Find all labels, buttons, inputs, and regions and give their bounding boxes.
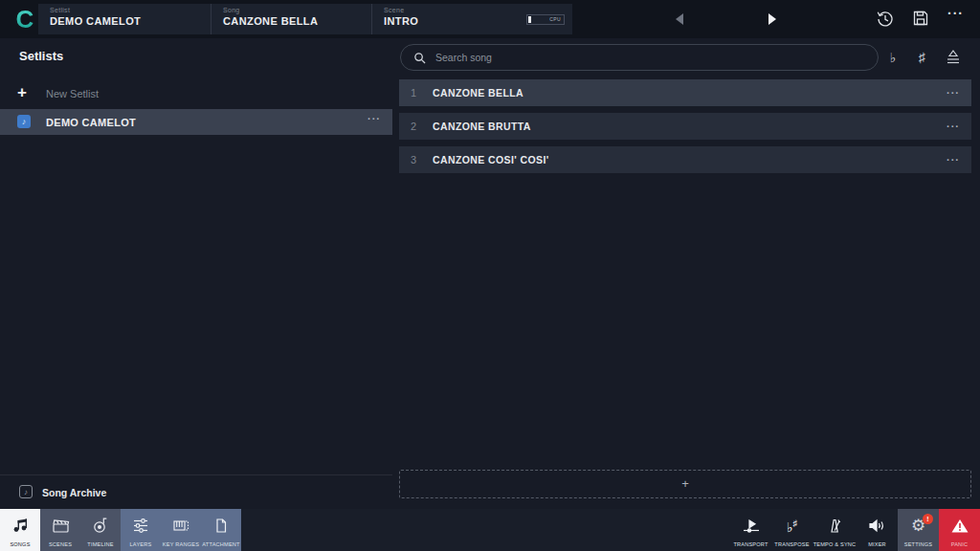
current-song-display[interactable]: Song CANZONE BELLA	[211, 4, 371, 34]
tab-tempo-sync[interactable]: TEMPO & SYNC	[813, 509, 857, 551]
song-options-icon[interactable]: ···	[947, 87, 960, 99]
camelot-logo: C	[11, 6, 38, 33]
song-title: CANZONE COSI' COSI'	[433, 154, 947, 165]
current-setlist-display[interactable]: Setlist DEMO CAMELOT	[38, 4, 211, 34]
tab-attachment[interactable]: ATTACHMENT	[201, 509, 241, 551]
tab-label: SCENES	[49, 541, 72, 547]
key-ranges-piano-icon	[161, 509, 201, 541]
history-icon[interactable]	[876, 10, 895, 29]
attachment-document-icon	[201, 509, 241, 541]
setlist-item-label: DEMO CAMELOT	[46, 117, 136, 128]
song-value: CANZONE BELLA	[223, 15, 371, 27]
setlist-label: Setlist	[50, 7, 211, 13]
song-row[interactable]: 1 CANZONE BELLA ···	[399, 79, 971, 106]
search-icon	[413, 52, 426, 64]
tab-label: ATTACHMENT	[202, 541, 239, 547]
tab-settings[interactable]: ⚙ ! SETTINGS	[898, 509, 939, 551]
setlist-options-icon[interactable]: ···	[368, 113, 381, 124]
save-icon[interactable]	[912, 10, 931, 29]
setlist-value: DEMO CAMELOT	[50, 15, 211, 27]
song-title: CANZONE BRUTTA	[433, 121, 947, 132]
previous-arrow-icon[interactable]	[671, 11, 688, 28]
tab-label: TEMPO & SYNC	[813, 541, 857, 547]
tab-layers[interactable]: LAYERS	[121, 509, 161, 551]
metronome-icon	[813, 509, 857, 541]
tab-transpose[interactable]: ♭♯ TRANSPOSE	[771, 509, 813, 551]
song-number: 2	[399, 121, 424, 132]
song-label: Song	[223, 7, 371, 13]
tab-label: KEY RANGES	[163, 541, 199, 547]
tab-label: MIXER	[868, 541, 886, 547]
song-row[interactable]: 2 CANZONE BRUTTA ···	[399, 113, 971, 140]
control-tabs: TRANSPORT ♭♯ TRANSPOSE TEMPO & SYNC	[730, 509, 980, 551]
transpose-icon: ♭♯	[771, 509, 813, 541]
song-number: 1	[399, 87, 424, 99]
cpu-label: CPU	[549, 16, 561, 22]
songs-icon	[0, 509, 40, 541]
sort-icon[interactable]	[944, 49, 963, 66]
song-search[interactable]	[400, 44, 879, 71]
search-input[interactable]	[435, 52, 837, 63]
plus-icon: +	[17, 83, 27, 102]
bottom-toolbar: SONGS SCENES TIMELINE	[0, 509, 980, 551]
tab-transport[interactable]: TRANSPORT	[730, 509, 771, 551]
flat-filter-icon[interactable]: ♭	[881, 46, 904, 69]
tab-scenes[interactable]: SCENES	[40, 509, 80, 551]
tab-label: SONGS	[10, 541, 30, 547]
song-list-panel: ♭ ♯ 1 CANZONE BELLA ··· 2 CANZONE BRUTTA…	[392, 38, 980, 509]
session-info-panel: Setlist DEMO CAMELOT Song CANZONE BELLA …	[38, 4, 572, 34]
cpu-meter-fill	[528, 16, 531, 23]
song-archive-label: Song Archive	[42, 487, 106, 498]
view-tabs: SONGS SCENES TIMELINE	[0, 509, 241, 551]
song-title: CANZONE BELLA	[433, 87, 947, 99]
sidebar-title: Setlists	[19, 49, 63, 63]
mixer-speaker-icon	[857, 509, 898, 541]
transport-icon	[730, 509, 771, 541]
sharp-filter-icon[interactable]: ♯	[910, 46, 933, 69]
song-options-icon[interactable]: ···	[947, 121, 960, 132]
tab-label: PANIC	[951, 541, 969, 547]
tab-key-ranges[interactable]: KEY RANGES	[161, 509, 201, 551]
tab-mixer[interactable]: MIXER	[857, 509, 898, 551]
tab-songs[interactable]: SONGS	[0, 509, 40, 551]
tab-label: LAYERS	[130, 541, 152, 547]
tab-label: TRANSPORT	[733, 541, 768, 547]
tab-label: TRANSPOSE	[774, 541, 809, 547]
setlist-item-demo-camelot[interactable]: ♪ DEMO CAMELOT ···	[0, 109, 392, 135]
scenes-icon	[40, 509, 80, 541]
top-bar: C Setlist DEMO CAMELOT Song CANZONE BELL…	[0, 0, 980, 38]
timeline-icon	[80, 509, 121, 541]
song-options-icon[interactable]: ···	[947, 154, 960, 165]
new-setlist-button[interactable]: + New Setlist	[0, 80, 392, 107]
cpu-meter-wrap: CPU	[505, 4, 572, 34]
song-archive-button[interactable]: ♪ Song Archive	[0, 474, 392, 509]
settings-notification-badge: !	[923, 514, 933, 524]
tab-label: TIMELINE	[87, 541, 113, 547]
add-song-dropzone[interactable]: +	[399, 470, 971, 498]
layers-sliders-icon	[121, 509, 161, 541]
cpu-meter: CPU	[526, 14, 565, 25]
song-number: 3	[399, 154, 424, 165]
setlists-sidebar: Setlists + New Setlist ♪ DEMO CAMELOT ··…	[0, 38, 392, 509]
tab-panic[interactable]: PANIC	[939, 509, 980, 551]
panic-warning-icon	[939, 509, 980, 541]
gear-icon: ⚙	[898, 509, 939, 541]
scene-label: Scene	[384, 7, 505, 13]
song-archive-icon: ♪	[19, 485, 33, 498]
overflow-menu-icon[interactable]: ···	[947, 6, 967, 25]
tab-label: SETTINGS	[904, 541, 933, 547]
new-setlist-label: New Setlist	[46, 88, 99, 99]
song-row[interactable]: 3 CANZONE COSI' COSI' ···	[399, 146, 971, 173]
current-scene-display[interactable]: Scene INTRO	[371, 4, 505, 34]
setlist-note-icon: ♪	[17, 115, 31, 128]
scene-value: INTRO	[384, 15, 505, 27]
tab-timeline[interactable]: TIMELINE	[80, 509, 121, 551]
next-arrow-icon[interactable]	[764, 11, 781, 28]
